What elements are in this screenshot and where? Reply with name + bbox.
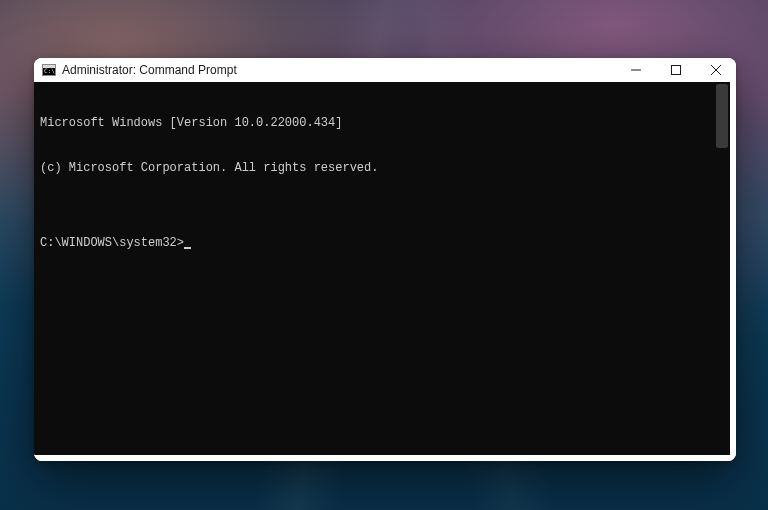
command-prompt-icon [42,64,56,76]
close-button[interactable] [696,58,736,82]
svg-rect-0 [672,66,681,75]
terminal-client-area: Microsoft Windows [Version 10.0.22000.43… [34,82,736,461]
titlebar[interactable]: Administrator: Command Prompt [34,58,736,82]
vertical-scrollbar[interactable] [716,84,728,148]
minimize-button[interactable] [616,58,656,82]
terminal-prompt-row: C:\WINDOWS\system32> [40,236,724,251]
maximize-button[interactable] [656,58,696,82]
terminal-output-line: Microsoft Windows [Version 10.0.22000.43… [40,116,724,131]
command-prompt-window: Administrator: Command Prompt Microsoft … [34,58,736,461]
terminal-output-line: (c) Microsoft Corporation. All rights re… [40,161,724,176]
window-controls [616,58,736,82]
terminal-prompt: C:\WINDOWS\system32> [40,236,184,251]
terminal[interactable]: Microsoft Windows [Version 10.0.22000.43… [34,82,730,455]
cursor-icon [184,247,191,249]
titlebar-left: Administrator: Command Prompt [34,63,616,77]
window-title: Administrator: Command Prompt [62,63,237,77]
